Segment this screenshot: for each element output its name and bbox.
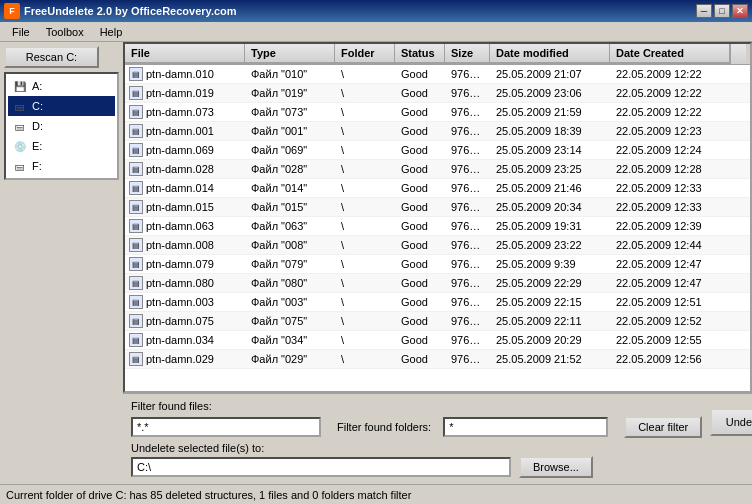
table-row[interactable]: ▤ ptn-damn.003 Файл "003" \ Good 9765...… [125, 293, 750, 312]
file-status-cell: Good [395, 66, 445, 82]
file-status-cell: Good [395, 275, 445, 291]
filter-folders-label: Filter found folders: [337, 421, 431, 433]
hdd-icon-c: 🖴 [12, 98, 28, 114]
title-bar-left: F FreeUndelete 2.0 by OfficeRecovery.com [4, 3, 237, 19]
col-header-folder[interactable]: Folder [335, 44, 395, 64]
file-size-cell: 9765... [445, 294, 490, 310]
browse-button[interactable]: Browse... [519, 456, 593, 478]
close-button[interactable]: ✕ [732, 4, 748, 18]
file-size-cell: 9765... [445, 332, 490, 348]
file-created-cell: 22.05.2009 12:47 [610, 256, 730, 272]
file-name-cell: ▤ ptn-damn.080 [125, 274, 245, 292]
table-row[interactable]: ▤ ptn-damn.063 Файл "063" \ Good 9765...… [125, 217, 750, 236]
file-size-cell: 9765... [445, 104, 490, 120]
file-name: ptn-damn.003 [146, 296, 214, 308]
file-created-cell: 22.05.2009 12:33 [610, 180, 730, 196]
undelete-path-input[interactable] [131, 457, 511, 477]
table-row[interactable]: ▤ ptn-damn.010 Файл "010" \ Good 9765...… [125, 65, 750, 84]
sidebar-item-c[interactable]: 🖴 C: [8, 96, 115, 116]
table-row[interactable]: ▤ ptn-damn.008 Файл "008" \ Good 9765...… [125, 236, 750, 255]
col-header-file[interactable]: File [125, 44, 245, 64]
file-created-cell: 22.05.2009 12:23 [610, 123, 730, 139]
table-row[interactable]: ▤ ptn-damn.019 Файл "019" \ Good 9765...… [125, 84, 750, 103]
clear-filter-button[interactable]: Clear filter [624, 416, 702, 438]
file-status-cell: Good [395, 218, 445, 234]
file-folder-cell: \ [335, 104, 395, 120]
file-folder-cell: \ [335, 256, 395, 272]
table-row[interactable]: ▤ ptn-damn.029 Файл "029" \ Good 9765...… [125, 350, 750, 369]
col-header-created[interactable]: Date Created [610, 44, 730, 64]
table-row[interactable]: ▤ ptn-damn.015 Файл "015" \ Good 9765...… [125, 198, 750, 217]
file-type-icon: ▤ [129, 314, 143, 328]
filter-files-label: Filter found files: [131, 400, 212, 412]
sidebar-item-e[interactable]: 💿 E: [8, 136, 115, 156]
menu-file[interactable]: File [4, 24, 38, 40]
file-modified-cell: 25.05.2009 23:06 [490, 85, 610, 101]
table-row[interactable]: ▤ ptn-damn.014 Файл "014" \ Good 9765...… [125, 179, 750, 198]
file-type-cell: Файл "080" [245, 275, 335, 291]
file-folder-cell: \ [335, 332, 395, 348]
file-created-cell: 22.05.2009 12:55 [610, 332, 730, 348]
file-status-cell: Good [395, 351, 445, 367]
file-folder-cell: \ [335, 218, 395, 234]
undelete-label-row: Undelete selected file(s) to: [131, 442, 702, 454]
sidebar-item-a[interactable]: 💾 A: [8, 76, 115, 96]
file-name-cell: ▤ ptn-damn.014 [125, 179, 245, 197]
table-row[interactable]: ▤ ptn-damn.079 Файл "079" \ Good 9765...… [125, 255, 750, 274]
file-type-icon: ▤ [129, 181, 143, 195]
file-folder-cell: \ [335, 294, 395, 310]
file-name-cell: ▤ ptn-damn.029 [125, 350, 245, 368]
table-row[interactable]: ▤ ptn-damn.069 Файл "069" \ Good 9765...… [125, 141, 750, 160]
title-controls: ─ □ ✕ [696, 4, 748, 18]
title-text: FreeUndelete 2.0 by OfficeRecovery.com [24, 5, 237, 17]
filter-left: Filter found files: Filter found folders… [131, 400, 702, 478]
col-header-type[interactable]: Type [245, 44, 335, 64]
table-row[interactable]: ▤ ptn-damn.028 Файл "028" \ Good 9765...… [125, 160, 750, 179]
file-modified-cell: 25.05.2009 23:25 [490, 161, 610, 177]
file-folder-cell: \ [335, 85, 395, 101]
file-modified-cell: 25.05.2009 20:34 [490, 199, 610, 215]
file-folder-cell: \ [335, 313, 395, 329]
col-header-modified[interactable]: Date modified [490, 44, 610, 64]
file-modified-cell: 25.05.2009 18:39 [490, 123, 610, 139]
file-list-scroll[interactable]: ▤ ptn-damn.010 Файл "010" \ Good 9765...… [125, 65, 750, 390]
sidebar-item-f[interactable]: 🖴 F: [8, 156, 115, 176]
status-bar: Current folder of drive C: has 85 delete… [0, 484, 752, 504]
file-modified-cell: 25.05.2009 9:39 [490, 256, 610, 272]
table-row[interactable]: ▤ ptn-damn.073 Файл "073" \ Good 9765...… [125, 103, 750, 122]
cd-icon-e: 💿 [12, 138, 28, 154]
file-created-cell: 22.05.2009 12:51 [610, 294, 730, 310]
undelete-button[interactable]: Undelete [710, 408, 752, 436]
scroll-header-spacer [730, 44, 746, 64]
file-status-cell: Good [395, 313, 445, 329]
file-type-icon: ▤ [129, 124, 143, 138]
file-type-cell: Файл "029" [245, 351, 335, 367]
body-area: Rescan C: 💾 A: 🖴 C: 🖴 D: 💿 E: [0, 42, 752, 484]
minimize-button[interactable]: ─ [696, 4, 712, 18]
file-modified-cell: 25.05.2009 20:29 [490, 332, 610, 348]
menu-toolbox[interactable]: Toolbox [38, 24, 92, 40]
file-status-cell: Good [395, 332, 445, 348]
file-name: ptn-damn.019 [146, 87, 214, 99]
file-type-icon: ▤ [129, 276, 143, 290]
sidebar-panel: Rescan C: 💾 A: 🖴 C: 🖴 D: 💿 E: [0, 42, 123, 484]
filter-files-row: Filter found files: [131, 400, 702, 412]
maximize-button[interactable]: □ [714, 4, 730, 18]
file-size-cell: 9765... [445, 256, 490, 272]
sidebar-item-d[interactable]: 🖴 D: [8, 116, 115, 136]
file-folder-cell: \ [335, 66, 395, 82]
table-row[interactable]: ▤ ptn-damn.075 Файл "075" \ Good 9765...… [125, 312, 750, 331]
filter-files-input[interactable] [131, 417, 321, 437]
rescan-button[interactable]: Rescan C: [4, 46, 99, 68]
menu-help[interactable]: Help [92, 24, 131, 40]
file-type-icon: ▤ [129, 352, 143, 366]
table-row[interactable]: ▤ ptn-damn.080 Файл "080" \ Good 9765...… [125, 274, 750, 293]
table-row[interactable]: ▤ ptn-damn.001 Файл "001" \ Good 9765...… [125, 122, 750, 141]
file-name-cell: ▤ ptn-damn.015 [125, 198, 245, 216]
file-size-cell: 9765... [445, 237, 490, 253]
table-row[interactable]: ▤ ptn-damn.034 Файл "034" \ Good 9765...… [125, 331, 750, 350]
file-type-cell: Файл "028" [245, 161, 335, 177]
filter-folders-input[interactable] [443, 417, 608, 437]
col-header-size[interactable]: Size [445, 44, 490, 64]
col-header-status[interactable]: Status [395, 44, 445, 64]
